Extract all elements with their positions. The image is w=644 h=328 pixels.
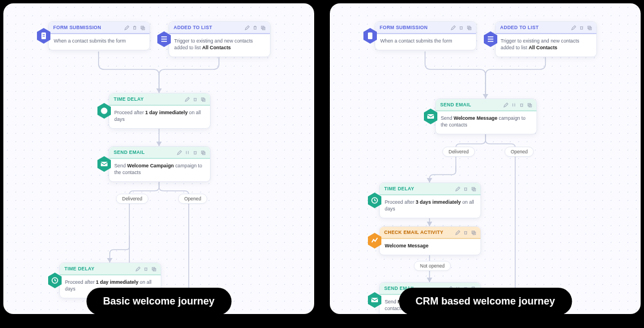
svg-marker-33 bbox=[427, 278, 432, 282]
node-actions[interactable] bbox=[455, 186, 476, 191]
node-actions[interactable] bbox=[136, 266, 156, 271]
delete-icon bbox=[579, 25, 584, 30]
node-actions[interactable] bbox=[245, 25, 265, 30]
list-icon bbox=[157, 31, 171, 48]
node-added-to-list[interactable]: ADDED TO LIST Trigger to existing and ne… bbox=[169, 21, 270, 57]
svg-rect-35 bbox=[368, 32, 372, 39]
node-title: FORM SUBMISSION bbox=[53, 25, 101, 30]
node-time-delay[interactable]: TIME DELAY Proceed after 1 day immediate… bbox=[109, 93, 211, 129]
panel-crm-journey: FORM SUBMISSION When a contact submits t… bbox=[330, 3, 641, 314]
canvas-basic: FORM SUBMISSION When a contact submits t… bbox=[3, 3, 314, 314]
node-actions[interactable] bbox=[503, 102, 532, 107]
svg-rect-21 bbox=[101, 162, 108, 166]
clock-icon bbox=[48, 272, 62, 289]
copy-icon bbox=[587, 25, 592, 30]
node-actions[interactable] bbox=[124, 25, 145, 30]
copy-icon bbox=[151, 266, 156, 271]
delete-icon bbox=[193, 97, 198, 102]
branch-delivered[interactable]: Delivered bbox=[442, 147, 475, 157]
edit-icon bbox=[571, 25, 576, 30]
node-desc: When a contact submits the form bbox=[375, 34, 476, 50]
node-actions[interactable] bbox=[185, 97, 206, 102]
edit-icon bbox=[124, 25, 129, 30]
edit-icon bbox=[245, 25, 250, 30]
svg-rect-39 bbox=[488, 36, 493, 38]
copy-icon bbox=[200, 97, 206, 102]
svg-rect-7 bbox=[43, 36, 45, 36]
mail-icon bbox=[367, 292, 382, 308]
node-title: TIME DELAY bbox=[114, 96, 144, 102]
copy-icon bbox=[527, 102, 532, 107]
mail-icon bbox=[97, 156, 111, 172]
edit-icon bbox=[177, 150, 182, 155]
copy-icon bbox=[471, 230, 476, 235]
node-form-submission[interactable]: FORM SUBMISSION When a contact submits t… bbox=[375, 21, 477, 50]
copy-icon bbox=[471, 186, 476, 191]
node-title: TIME DELAY bbox=[384, 186, 414, 191]
comparison-stage: FORM SUBMISSION When a contact submits t… bbox=[0, 0, 644, 328]
svg-rect-45 bbox=[427, 114, 434, 119]
svg-marker-28 bbox=[483, 94, 488, 99]
node-check-email-activity[interactable]: CHECK EMAIL ACTIVITY Welcome Message bbox=[379, 226, 481, 255]
edit-icon bbox=[455, 230, 460, 235]
copy-icon bbox=[140, 25, 145, 30]
pause-icon bbox=[511, 102, 516, 107]
svg-marker-31 bbox=[427, 222, 432, 226]
node-actions[interactable] bbox=[451, 25, 472, 30]
node-desc: Proceed after 3 days immediately on all … bbox=[380, 195, 480, 218]
svg-rect-11 bbox=[161, 36, 167, 38]
node-desc: Trigger to existing and new contacts add… bbox=[169, 34, 270, 57]
node-added-to-list[interactable]: ADDED TO LIST Trigger to existing and ne… bbox=[495, 21, 597, 57]
node-desc: Send Welcome Campaign campaign to the co… bbox=[109, 159, 210, 181]
node-send-email-welcome[interactable]: SEND EMAIL Send Welcome Message campaign… bbox=[435, 99, 537, 134]
caption-crm: CRM based welcome journey bbox=[399, 288, 572, 314]
node-desc: Trigger to existing and new contacts add… bbox=[496, 34, 596, 57]
node-form-submission[interactable]: FORM SUBMISSION When a contact submits t… bbox=[48, 21, 150, 50]
form-icon bbox=[363, 27, 377, 44]
delete-icon bbox=[463, 186, 468, 191]
node-actions[interactable] bbox=[571, 25, 592, 30]
branch-delivered[interactable]: Delivered bbox=[116, 194, 148, 204]
form-icon bbox=[36, 27, 51, 44]
svg-rect-13 bbox=[161, 41, 167, 42]
node-title: ADDED TO LIST bbox=[174, 25, 212, 30]
svg-marker-2 bbox=[156, 142, 162, 146]
svg-rect-6 bbox=[43, 34, 45, 35]
svg-rect-56 bbox=[371, 298, 378, 302]
delete-icon bbox=[459, 25, 464, 30]
delete-icon bbox=[253, 25, 258, 30]
canvas-crm: FORM SUBMISSION When a contact submits t… bbox=[330, 3, 641, 314]
edit-icon bbox=[455, 186, 460, 191]
svg-rect-41 bbox=[488, 41, 493, 42]
copy-icon bbox=[260, 25, 265, 30]
list-icon bbox=[483, 31, 498, 48]
node-time-delay[interactable]: TIME DELAY Proceed after 3 days immediat… bbox=[379, 182, 481, 218]
clock-icon bbox=[97, 102, 111, 119]
node-title: CHECK EMAIL ACTIVITY bbox=[384, 229, 444, 235]
node-title: ADDED TO LIST bbox=[500, 25, 539, 30]
copy-icon bbox=[200, 150, 206, 155]
branch-opened[interactable]: Opened bbox=[178, 194, 207, 204]
node-desc: When a contact submits the form bbox=[49, 34, 150, 50]
edit-icon bbox=[136, 266, 141, 271]
pause-icon bbox=[185, 150, 190, 155]
node-desc: Welcome Message bbox=[380, 239, 480, 255]
svg-marker-0 bbox=[156, 88, 162, 93]
delete-icon bbox=[132, 25, 137, 30]
svg-rect-12 bbox=[161, 39, 167, 40]
node-actions[interactable] bbox=[177, 150, 206, 155]
branch-not-opened[interactable]: Not opened bbox=[414, 261, 451, 271]
delete-icon bbox=[193, 150, 198, 155]
node-desc: Send Welcome Message campaign to the con… bbox=[436, 111, 536, 134]
node-title: SEND EMAIL bbox=[114, 149, 144, 155]
edit-icon bbox=[451, 25, 456, 30]
node-send-email[interactable]: SEND EMAIL Send Welcome Campaign campaig… bbox=[109, 146, 211, 182]
node-actions[interactable] bbox=[455, 230, 476, 235]
edit-icon bbox=[185, 97, 190, 102]
node-title: FORM SUBMISSION bbox=[380, 25, 428, 30]
branch-opened[interactable]: Opened bbox=[505, 147, 534, 157]
svg-marker-29 bbox=[427, 178, 432, 182]
edit-icon bbox=[503, 102, 508, 107]
svg-marker-3 bbox=[107, 258, 113, 263]
clock-icon bbox=[367, 192, 382, 209]
